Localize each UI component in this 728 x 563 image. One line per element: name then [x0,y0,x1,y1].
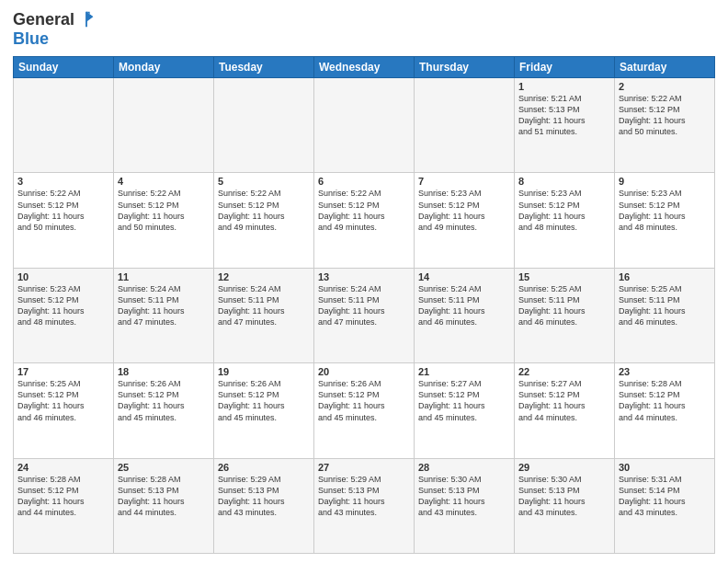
day-number: 25 [118,462,210,473]
day-number: 9 [619,176,711,187]
calendar-cell: 14Sunrise: 5:24 AM Sunset: 5:11 PM Dayli… [415,268,515,362]
day-info: Sunrise: 5:26 AM Sunset: 5:12 PM Dayligh… [118,378,210,423]
day-info: Sunrise: 5:30 AM Sunset: 5:13 PM Dayligh… [518,474,610,519]
calendar-cell: 6Sunrise: 5:22 AM Sunset: 5:12 PM Daylig… [314,173,415,268]
calendar-cell: 15Sunrise: 5:25 AM Sunset: 5:11 PM Dayli… [515,268,615,362]
day-number: 19 [218,366,310,377]
day-number: 7 [418,176,510,187]
calendar-cell [114,78,214,173]
day-info: Sunrise: 5:29 AM Sunset: 5:13 PM Dayligh… [218,474,310,519]
calendar-cell: 30Sunrise: 5:31 AM Sunset: 5:14 PM Dayli… [615,458,715,553]
logo-general-text: General [13,10,74,29]
calendar-cell: 8Sunrise: 5:23 AM Sunset: 5:12 PM Daylig… [515,173,615,268]
day-number: 1 [518,81,610,92]
day-number: 24 [17,462,109,473]
day-info: Sunrise: 5:25 AM Sunset: 5:11 PM Dayligh… [619,283,711,328]
weekday-header-sunday: Sunday [14,57,114,78]
weekday-header-tuesday: Tuesday [214,57,314,78]
calendar-cell: 1Sunrise: 5:21 AM Sunset: 5:13 PM Daylig… [515,78,615,173]
day-info: Sunrise: 5:23 AM Sunset: 5:12 PM Dayligh… [17,283,109,328]
day-number: 16 [619,271,711,282]
day-number: 15 [518,271,610,282]
calendar-cell [214,78,314,173]
calendar-cell: 27Sunrise: 5:29 AM Sunset: 5:13 PM Dayli… [314,458,415,553]
calendar-cell: 13Sunrise: 5:24 AM Sunset: 5:11 PM Dayli… [314,268,415,362]
calendar-cell: 18Sunrise: 5:26 AM Sunset: 5:12 PM Dayli… [114,363,214,458]
day-number: 5 [218,176,310,187]
calendar-cell: 23Sunrise: 5:28 AM Sunset: 5:12 PM Dayli… [615,363,715,458]
calendar-cell: 4Sunrise: 5:22 AM Sunset: 5:12 PM Daylig… [114,173,214,268]
logo-flag-icon [76,9,97,29]
day-info: Sunrise: 5:23 AM Sunset: 5:12 PM Dayligh… [418,188,510,233]
calendar-cell: 22Sunrise: 5:27 AM Sunset: 5:12 PM Dayli… [515,363,615,458]
day-info: Sunrise: 5:22 AM Sunset: 5:12 PM Dayligh… [218,188,310,233]
calendar-cell: 25Sunrise: 5:28 AM Sunset: 5:13 PM Dayli… [114,458,214,553]
calendar-cell: 21Sunrise: 5:27 AM Sunset: 5:12 PM Dayli… [415,363,515,458]
day-number: 14 [418,271,510,282]
calendar-cell: 17Sunrise: 5:25 AM Sunset: 5:12 PM Dayli… [14,363,114,458]
day-number: 8 [518,176,610,187]
calendar-cell [314,78,415,173]
weekday-header-friday: Friday [515,57,615,78]
weekday-header-saturday: Saturday [615,57,715,78]
day-info: Sunrise: 5:24 AM Sunset: 5:11 PM Dayligh… [418,283,510,328]
calendar-cell: 26Sunrise: 5:29 AM Sunset: 5:13 PM Dayli… [214,458,314,553]
day-number: 2 [619,81,711,92]
day-number: 4 [118,176,210,187]
calendar-cell [415,78,515,173]
day-info: Sunrise: 5:28 AM Sunset: 5:12 PM Dayligh… [17,474,109,519]
calendar-cell: 9Sunrise: 5:23 AM Sunset: 5:12 PM Daylig… [615,173,715,268]
day-info: Sunrise: 5:25 AM Sunset: 5:11 PM Dayligh… [518,283,610,328]
day-number: 22 [518,366,610,377]
day-info: Sunrise: 5:28 AM Sunset: 5:12 PM Dayligh… [619,378,711,423]
day-info: Sunrise: 5:24 AM Sunset: 5:11 PM Dayligh… [218,283,310,328]
weekday-header-wednesday: Wednesday [314,57,415,78]
day-number: 20 [318,366,410,377]
day-number: 17 [17,366,109,377]
calendar-cell: 10Sunrise: 5:23 AM Sunset: 5:12 PM Dayli… [14,268,114,362]
calendar-cell: 3Sunrise: 5:22 AM Sunset: 5:12 PM Daylig… [14,173,114,268]
calendar-cell: 19Sunrise: 5:26 AM Sunset: 5:12 PM Dayli… [214,363,314,458]
day-info: Sunrise: 5:28 AM Sunset: 5:13 PM Dayligh… [118,474,210,519]
day-info: Sunrise: 5:26 AM Sunset: 5:12 PM Dayligh… [218,378,310,423]
day-info: Sunrise: 5:23 AM Sunset: 5:12 PM Dayligh… [619,188,711,233]
calendar-cell: 20Sunrise: 5:26 AM Sunset: 5:12 PM Dayli… [314,363,415,458]
day-info: Sunrise: 5:26 AM Sunset: 5:12 PM Dayligh… [318,378,410,423]
day-number: 28 [418,462,510,473]
page: General Blue SundayMondayTuesdayWednesda… [0,0,728,563]
calendar-cell: 16Sunrise: 5:25 AM Sunset: 5:11 PM Dayli… [615,268,715,362]
day-number: 29 [518,462,610,473]
logo: General Blue [13,9,98,49]
day-number: 27 [318,462,410,473]
calendar-cell: 2Sunrise: 5:22 AM Sunset: 5:12 PM Daylig… [615,78,715,173]
day-info: Sunrise: 5:21 AM Sunset: 5:13 PM Dayligh… [518,93,610,138]
day-info: Sunrise: 5:25 AM Sunset: 5:12 PM Dayligh… [17,378,109,423]
day-number: 3 [17,176,109,187]
day-info: Sunrise: 5:27 AM Sunset: 5:12 PM Dayligh… [418,378,510,423]
weekday-header-monday: Monday [114,57,214,78]
day-info: Sunrise: 5:22 AM Sunset: 5:12 PM Dayligh… [318,188,410,233]
day-number: 13 [318,271,410,282]
day-info: Sunrise: 5:27 AM Sunset: 5:12 PM Dayligh… [518,378,610,423]
header: General Blue [13,9,715,49]
day-info: Sunrise: 5:24 AM Sunset: 5:11 PM Dayligh… [318,283,410,328]
day-info: Sunrise: 5:30 AM Sunset: 5:13 PM Dayligh… [418,474,510,519]
day-number: 18 [118,366,210,377]
day-info: Sunrise: 5:22 AM Sunset: 5:12 PM Dayligh… [619,93,711,138]
day-number: 26 [218,462,310,473]
calendar-cell: 12Sunrise: 5:24 AM Sunset: 5:11 PM Dayli… [214,268,314,362]
calendar-cell: 7Sunrise: 5:23 AM Sunset: 5:12 PM Daylig… [415,173,515,268]
day-info: Sunrise: 5:24 AM Sunset: 5:11 PM Dayligh… [118,283,210,328]
calendar-cell: 29Sunrise: 5:30 AM Sunset: 5:13 PM Dayli… [515,458,615,553]
day-info: Sunrise: 5:23 AM Sunset: 5:12 PM Dayligh… [518,188,610,233]
calendar-cell: 24Sunrise: 5:28 AM Sunset: 5:12 PM Dayli… [14,458,114,553]
day-number: 21 [418,366,510,377]
day-number: 12 [218,271,310,282]
day-info: Sunrise: 5:29 AM Sunset: 5:13 PM Dayligh… [318,474,410,519]
day-number: 6 [318,176,410,187]
day-info: Sunrise: 5:22 AM Sunset: 5:12 PM Dayligh… [17,188,109,233]
day-number: 10 [17,271,109,282]
calendar-cell [14,78,114,173]
calendar-cell: 5Sunrise: 5:22 AM Sunset: 5:12 PM Daylig… [214,173,314,268]
day-number: 11 [118,271,210,282]
